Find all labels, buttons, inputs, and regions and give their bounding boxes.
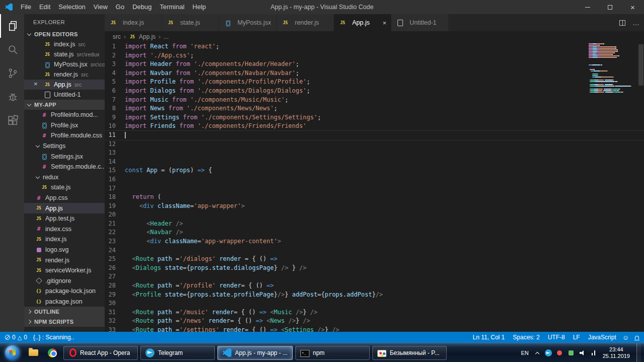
language-indicator[interactable]: EN: [521, 350, 528, 356]
line-number[interactable]: 15: [105, 166, 125, 175]
tree-item[interactable]: App.js: [24, 203, 105, 213]
menu-item[interactable]: View: [90, 0, 112, 14]
editor-tab[interactable]: App.js ×: [334, 14, 391, 31]
code-line[interactable]: 3import Header from './components/Header…: [105, 60, 644, 69]
more-actions-icon[interactable]: …: [632, 19, 640, 27]
menu-item[interactable]: Selection: [54, 0, 89, 14]
line-number[interactable]: 10: [105, 122, 125, 131]
notifications-bell-icon[interactable]: [635, 336, 639, 339]
line-number[interactable]: 5: [105, 78, 125, 87]
minimize-button[interactable]: [576, 0, 599, 14]
tray-icon[interactable]: [579, 349, 587, 357]
tree-item[interactable]: state.js: [24, 182, 105, 193]
code-line[interactable]: 19 <div className='app-wrapper'>: [105, 202, 644, 211]
tree-item[interactable]: .gitignore: [24, 276, 105, 286]
line-number[interactable]: 9: [105, 113, 125, 122]
taskbar-window-button[interactable]: React App - Opera: [63, 346, 138, 360]
code-line[interactable]: 13: [105, 149, 644, 158]
code-line[interactable]: 8import News from './components/News/New…: [105, 104, 644, 113]
code-line[interactable]: 9import Settings from './components/Sett…: [105, 113, 644, 122]
tree-item[interactable]: render.js: [24, 255, 105, 265]
clock[interactable]: 23:44 25.11.2019: [603, 346, 630, 359]
code-line[interactable]: 12: [105, 140, 644, 149]
line-number[interactable]: 2: [105, 51, 125, 60]
code-line[interactable]: 27: [105, 272, 644, 281]
line-number[interactable]: 22: [105, 228, 125, 237]
code-line[interactable]: 25 <Route path ='/dialogs' render = { ()…: [105, 255, 644, 264]
line-number[interactable]: 6: [105, 87, 125, 96]
line-number[interactable]: 24: [105, 246, 125, 255]
tree-item[interactable]: serviceWorker.js: [24, 265, 105, 276]
line-number[interactable]: 20: [105, 210, 125, 220]
open-editor-item[interactable]: Untitled-1: [24, 90, 105, 100]
line-number[interactable]: 25: [105, 255, 125, 264]
code-line[interactable]: 30: [105, 299, 644, 308]
tray-icon[interactable]: [567, 349, 575, 357]
line-number[interactable]: 27: [105, 272, 125, 281]
line-number[interactable]: 11: [105, 131, 125, 140]
line-number[interactable]: 4: [105, 69, 125, 78]
editor-tab[interactable]: Untitled-1: [391, 14, 449, 31]
code-line[interactable]: 18 return (: [105, 193, 644, 202]
code-line[interactable]: 2import './App.css';: [105, 51, 644, 60]
line-number[interactable]: 1: [105, 42, 125, 51]
code-line[interactable]: 31 <Route path ='/music' render= { () =>…: [105, 308, 644, 317]
line-number[interactable]: 14: [105, 158, 125, 167]
tree-item[interactable]: Profile.module.css: [24, 130, 105, 141]
code-line[interactable]: 11: [105, 131, 644, 140]
code-line[interactable]: 28 <Route path ='/profile' render= { () …: [105, 281, 644, 291]
collapsed-section-header[interactable]: NPM SCRIPTS: [24, 317, 105, 327]
line-number[interactable]: 32: [105, 317, 125, 326]
breadcrumb-more[interactable]: ...: [164, 33, 169, 40]
code-line[interactable]: 7import Music from './components/Music/M…: [105, 96, 644, 105]
open-editor-item[interactable]: MyPosts.jsx src\co...: [24, 59, 105, 69]
close-button[interactable]: ×: [621, 0, 644, 14]
code-line[interactable]: 33 <Route path ='/settings' render= { ()…: [105, 326, 644, 332]
breadcrumb-file[interactable]: App.js: [139, 33, 155, 40]
start-button[interactable]: [2, 343, 22, 362]
line-number[interactable]: 19: [105, 202, 125, 211]
quick-launch-icon[interactable]: [25, 345, 42, 360]
tree-item[interactable]: package.json: [24, 297, 105, 307]
tree-item[interactable]: Profile.jsx: [24, 120, 105, 131]
editor-tab[interactable]: index.js: [105, 14, 162, 31]
tree-item[interactable]: Settings.module.c...: [24, 162, 105, 172]
menu-item[interactable]: Debug: [128, 0, 155, 14]
feedback-smiley-icon[interactable]: ☺: [622, 334, 629, 341]
open-editor-item[interactable]: × App.js src: [24, 80, 105, 90]
tab-close-icon[interactable]: ×: [382, 19, 386, 27]
code-line[interactable]: 17: [105, 184, 644, 193]
line-number[interactable]: 7: [105, 96, 125, 105]
status-item[interactable]: Ln 11, Col 1: [472, 334, 505, 341]
editor-scrollbar[interactable]: [637, 42, 644, 332]
minimap[interactable]: [589, 43, 637, 93]
tree-item[interactable]: index.js: [24, 234, 105, 245]
line-number[interactable]: 21: [105, 220, 125, 229]
taskbar-window-button[interactable]: Telegram: [140, 346, 215, 360]
status-item[interactable]: UTF-8: [548, 334, 565, 341]
activity-search[interactable]: [0, 38, 24, 61]
line-number[interactable]: 16: [105, 175, 125, 184]
menu-item[interactable]: Go: [112, 0, 128, 14]
line-number[interactable]: 8: [105, 104, 125, 113]
status-item[interactable]: Spaces: 2: [513, 334, 539, 341]
code-line[interactable]: 29 <Profile state={props.state.profilePa…: [105, 291, 644, 300]
problems-indicator[interactable]: 0 △ 0: [5, 334, 27, 341]
code-line[interactable]: 6import Dialogs from './components/Dialo…: [105, 87, 644, 96]
line-number[interactable]: 12: [105, 140, 125, 149]
show-desktop-button[interactable]: [636, 343, 641, 362]
collapsed-section-header[interactable]: OUTLINE: [24, 307, 105, 317]
tree-item[interactable]: Settings: [24, 141, 105, 152]
tray-icon[interactable]: [545, 349, 552, 356]
menu-item[interactable]: Help: [189, 0, 210, 14]
open-editors-header[interactable]: OPEN EDITORS: [24, 29, 105, 39]
line-number[interactable]: 31: [105, 308, 125, 317]
close-icon[interactable]: ×: [34, 80, 38, 88]
line-number[interactable]: 17: [105, 184, 125, 193]
activity-debug[interactable]: [0, 85, 24, 109]
tree-item[interactable]: Settings.jsx: [24, 151, 105, 162]
menu-item[interactable]: Edit: [35, 0, 54, 14]
menu-item[interactable]: File: [17, 0, 35, 14]
tree-item[interactable]: App.css: [24, 193, 105, 203]
tree-item[interactable]: logo.svg: [24, 245, 105, 255]
